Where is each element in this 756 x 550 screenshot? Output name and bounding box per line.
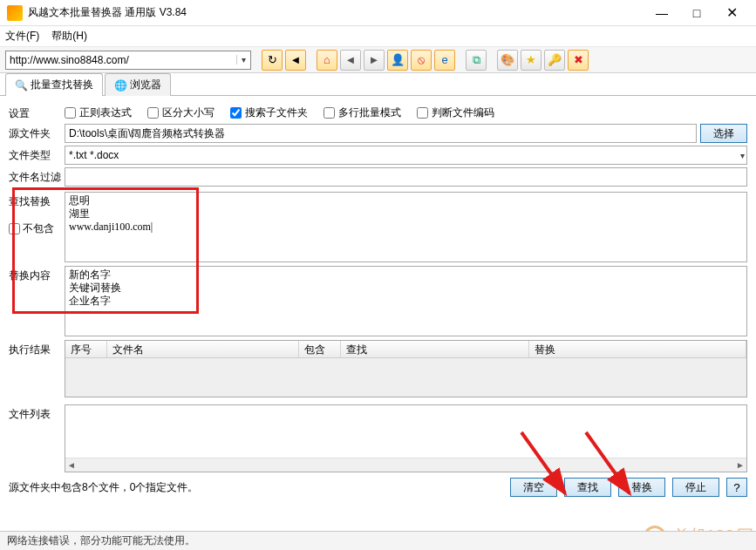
tab-browser[interactable]: 🌐 浏览器 (105, 73, 171, 96)
key-icon[interactable]: 🔑 (544, 50, 565, 71)
file-type-value: *.txt *.docx (69, 149, 119, 161)
bottom-row: 源文件夹中包含8个文件，0个指定文件。 清空 查找 替换 停止 ? (9, 478, 747, 497)
paint-icon[interactable]: 🎨 (497, 50, 518, 71)
col-contain[interactable]: 包含 (299, 341, 341, 357)
col-name[interactable]: 文件名 (107, 341, 299, 357)
url-combo[interactable]: ▾ (5, 51, 251, 70)
content-panel: 设置 正则表达式 区分大小写 搜索子文件夹 多行批量模式 判断文件编码 源文件夹… (0, 96, 756, 497)
name-filter-input[interactable] (65, 167, 747, 187)
check-not-contain[interactable]: 不包含 (9, 221, 65, 236)
summary-text: 源文件夹中包含8个文件，0个指定文件。 (9, 480, 198, 495)
clear-button[interactable]: 清空 (510, 478, 557, 497)
stop-icon[interactable]: ⦸ (411, 50, 432, 71)
url-input[interactable] (6, 51, 236, 69)
prev-page-icon[interactable]: ◄ (340, 50, 361, 71)
label-settings: 设置 (9, 104, 65, 121)
label-name-filter: 文件名过滤 (9, 167, 65, 185)
tab-label: 批量查找替换 (31, 78, 93, 92)
close-button[interactable]: ✕ (714, 3, 749, 24)
grid-header: 序号 文件名 包含 查找 替换 (65, 341, 746, 358)
statusbar: 网络连接错误，部分功能可能无法使用。 (0, 531, 756, 550)
replace-textarea[interactable] (65, 267, 746, 333)
settings-checks: 正则表达式 区分大小写 搜索子文件夹 多行批量模式 判断文件编码 (65, 104, 494, 120)
src-folder-input[interactable] (65, 124, 697, 143)
check-multiline[interactable]: 多行批量模式 (324, 105, 401, 120)
globe-icon: 🌐 (114, 79, 126, 92)
check-regex[interactable]: 正则表达式 (65, 105, 132, 120)
col-replace[interactable]: 替换 (529, 341, 746, 357)
find-button[interactable]: 查找 (564, 478, 611, 497)
replace-text-wrap (65, 266, 747, 336)
window-title: 风越文本批量替换器 通用版 V3.84 (28, 5, 644, 20)
choose-button[interactable]: 选择 (700, 124, 747, 143)
find-textarea[interactable] (65, 193, 746, 259)
star-icon[interactable]: ★ (521, 50, 541, 71)
filelist-wrap: ◄► (65, 404, 747, 472)
file-list[interactable] (65, 405, 746, 458)
h-scrollbar[interactable]: ◄► (65, 458, 746, 472)
toolbar: ▾ ↻ ◄ ⌂ ◄ ► 👤 ⦸ e ⧉ 🎨 ★ 🔑 ✖ (0, 47, 756, 73)
label-replace-content: 替换内容 (9, 266, 65, 283)
tabbar: 🔍 批量查找替换 🌐 浏览器 (0, 73, 756, 96)
chevron-down-icon[interactable]: ▾ (740, 151, 745, 160)
next-page-icon[interactable]: ► (364, 50, 385, 71)
grid-body[interactable] (65, 358, 746, 397)
check-encoding[interactable]: 判断文件编码 (417, 105, 494, 120)
tab-label: 浏览器 (130, 78, 161, 92)
back-icon[interactable]: ◄ (285, 50, 306, 71)
label-exec-result: 执行结果 (9, 340, 65, 357)
status-text: 网络连接错误，部分功能可能无法使用。 (7, 533, 195, 548)
file-type-combo[interactable]: *.txt *.docx ▾ (65, 146, 747, 165)
check-case[interactable]: 区分大小写 (147, 105, 215, 120)
search-icon: 🔍 (15, 79, 27, 92)
col-no[interactable]: 序号 (65, 341, 107, 357)
ie-icon[interactable]: e (434, 50, 455, 71)
find-text-wrap (65, 192, 747, 262)
label-find-replace: 查找替换 (9, 194, 65, 209)
menubar: 文件(F) 帮助(H) (0, 26, 756, 47)
label-file-list: 文件列表 (9, 404, 65, 422)
menu-file[interactable]: 文件(F) (5, 29, 39, 44)
chevron-down-icon[interactable]: ▾ (236, 55, 250, 65)
replace-button[interactable]: 替换 (618, 478, 665, 497)
check-subfolder[interactable]: 搜索子文件夹 (230, 105, 308, 120)
copy-icon[interactable]: ⧉ (466, 50, 487, 71)
label-src-folder: 源文件夹 (9, 124, 65, 141)
titlebar: 风越文本批量替换器 通用版 V3.84 — □ ✕ (0, 0, 756, 26)
app-icon (7, 5, 23, 21)
label-file-type: 文件类型 (9, 146, 65, 163)
refresh-icon[interactable]: ↻ (262, 50, 283, 71)
menu-help[interactable]: 帮助(H) (51, 29, 87, 44)
stop-button[interactable]: 停止 (672, 478, 719, 497)
delete-icon[interactable]: ✖ (568, 50, 589, 71)
result-grid: 序号 文件名 包含 查找 替换 (65, 340, 747, 397)
minimize-button[interactable]: — (644, 3, 679, 24)
personal-icon[interactable]: 👤 (387, 50, 408, 71)
tab-batch-replace[interactable]: 🔍 批量查找替换 (5, 73, 103, 96)
maximize-button[interactable]: □ (679, 3, 714, 24)
col-find[interactable]: 查找 (341, 341, 529, 357)
home-icon[interactable]: ⌂ (317, 50, 337, 71)
help-button[interactable]: ? (726, 478, 747, 497)
